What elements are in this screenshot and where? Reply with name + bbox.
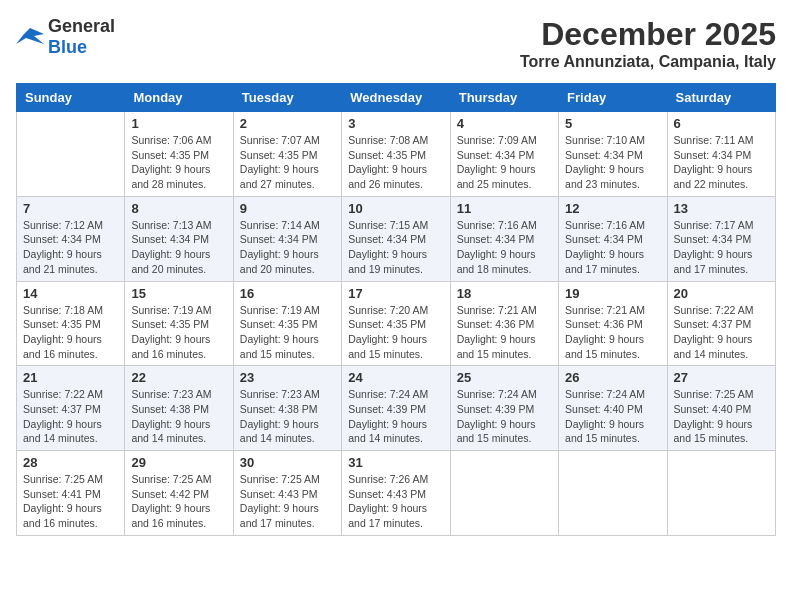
day-number: 18 (457, 286, 552, 301)
day-number: 25 (457, 370, 552, 385)
calendar-cell: 23Sunrise: 7:23 AMSunset: 4:38 PMDayligh… (233, 366, 341, 451)
calendar-cell: 18Sunrise: 7:21 AMSunset: 4:36 PMDayligh… (450, 281, 558, 366)
logo-blue: Blue (48, 37, 87, 57)
day-info: Sunrise: 7:22 AMSunset: 4:37 PMDaylight:… (23, 387, 118, 446)
day-number: 27 (674, 370, 769, 385)
day-number: 15 (131, 286, 226, 301)
calendar-header-row: SundayMondayTuesdayWednesdayThursdayFrid… (17, 84, 776, 112)
day-info: Sunrise: 7:07 AMSunset: 4:35 PMDaylight:… (240, 133, 335, 192)
day-number: 6 (674, 116, 769, 131)
calendar-cell: 5Sunrise: 7:10 AMSunset: 4:34 PMDaylight… (559, 112, 667, 197)
calendar-cell: 8Sunrise: 7:13 AMSunset: 4:34 PMDaylight… (125, 196, 233, 281)
day-info: Sunrise: 7:25 AMSunset: 4:40 PMDaylight:… (674, 387, 769, 446)
calendar-cell: 7Sunrise: 7:12 AMSunset: 4:34 PMDaylight… (17, 196, 125, 281)
day-number: 23 (240, 370, 335, 385)
day-info: Sunrise: 7:19 AMSunset: 4:35 PMDaylight:… (240, 303, 335, 362)
day-number: 24 (348, 370, 443, 385)
month-title: December 2025 (520, 16, 776, 53)
day-info: Sunrise: 7:18 AMSunset: 4:35 PMDaylight:… (23, 303, 118, 362)
day-info: Sunrise: 7:17 AMSunset: 4:34 PMDaylight:… (674, 218, 769, 277)
col-header-sunday: Sunday (17, 84, 125, 112)
day-number: 10 (348, 201, 443, 216)
day-number: 28 (23, 455, 118, 470)
day-info: Sunrise: 7:16 AMSunset: 4:34 PMDaylight:… (565, 218, 660, 277)
day-info: Sunrise: 7:25 AMSunset: 4:41 PMDaylight:… (23, 472, 118, 531)
col-header-monday: Monday (125, 84, 233, 112)
day-info: Sunrise: 7:10 AMSunset: 4:34 PMDaylight:… (565, 133, 660, 192)
day-number: 20 (674, 286, 769, 301)
calendar-cell (450, 451, 558, 536)
calendar-cell: 9Sunrise: 7:14 AMSunset: 4:34 PMDaylight… (233, 196, 341, 281)
calendar-cell: 13Sunrise: 7:17 AMSunset: 4:34 PMDayligh… (667, 196, 775, 281)
day-info: Sunrise: 7:16 AMSunset: 4:34 PMDaylight:… (457, 218, 552, 277)
calendar-cell: 10Sunrise: 7:15 AMSunset: 4:34 PMDayligh… (342, 196, 450, 281)
col-header-tuesday: Tuesday (233, 84, 341, 112)
calendar-cell (17, 112, 125, 197)
day-number: 12 (565, 201, 660, 216)
calendar-cell: 12Sunrise: 7:16 AMSunset: 4:34 PMDayligh… (559, 196, 667, 281)
logo-icon (16, 26, 44, 48)
calendar-table: SundayMondayTuesdayWednesdayThursdayFrid… (16, 83, 776, 536)
calendar-week-1: 1Sunrise: 7:06 AMSunset: 4:35 PMDaylight… (17, 112, 776, 197)
day-number: 2 (240, 116, 335, 131)
day-info: Sunrise: 7:12 AMSunset: 4:34 PMDaylight:… (23, 218, 118, 277)
calendar-cell: 20Sunrise: 7:22 AMSunset: 4:37 PMDayligh… (667, 281, 775, 366)
calendar-cell: 4Sunrise: 7:09 AMSunset: 4:34 PMDaylight… (450, 112, 558, 197)
calendar-week-3: 14Sunrise: 7:18 AMSunset: 4:35 PMDayligh… (17, 281, 776, 366)
day-number: 16 (240, 286, 335, 301)
day-number: 5 (565, 116, 660, 131)
location-title: Torre Annunziata, Campania, Italy (520, 53, 776, 71)
day-number: 8 (131, 201, 226, 216)
calendar-cell: 26Sunrise: 7:24 AMSunset: 4:40 PMDayligh… (559, 366, 667, 451)
calendar-cell: 19Sunrise: 7:21 AMSunset: 4:36 PMDayligh… (559, 281, 667, 366)
calendar-cell: 11Sunrise: 7:16 AMSunset: 4:34 PMDayligh… (450, 196, 558, 281)
day-info: Sunrise: 7:09 AMSunset: 4:34 PMDaylight:… (457, 133, 552, 192)
day-info: Sunrise: 7:23 AMSunset: 4:38 PMDaylight:… (131, 387, 226, 446)
calendar-cell: 31Sunrise: 7:26 AMSunset: 4:43 PMDayligh… (342, 451, 450, 536)
logo: General Blue (16, 16, 115, 58)
day-number: 30 (240, 455, 335, 470)
calendar-cell: 14Sunrise: 7:18 AMSunset: 4:35 PMDayligh… (17, 281, 125, 366)
day-info: Sunrise: 7:21 AMSunset: 4:36 PMDaylight:… (457, 303, 552, 362)
calendar-cell: 6Sunrise: 7:11 AMSunset: 4:34 PMDaylight… (667, 112, 775, 197)
calendar-cell: 29Sunrise: 7:25 AMSunset: 4:42 PMDayligh… (125, 451, 233, 536)
day-info: Sunrise: 7:24 AMSunset: 4:39 PMDaylight:… (348, 387, 443, 446)
day-info: Sunrise: 7:14 AMSunset: 4:34 PMDaylight:… (240, 218, 335, 277)
day-number: 13 (674, 201, 769, 216)
day-number: 7 (23, 201, 118, 216)
day-number: 26 (565, 370, 660, 385)
calendar-cell: 16Sunrise: 7:19 AMSunset: 4:35 PMDayligh… (233, 281, 341, 366)
day-number: 9 (240, 201, 335, 216)
day-number: 1 (131, 116, 226, 131)
day-info: Sunrise: 7:11 AMSunset: 4:34 PMDaylight:… (674, 133, 769, 192)
day-number: 14 (23, 286, 118, 301)
page-header: General Blue December 2025 Torre Annunzi… (16, 16, 776, 71)
day-info: Sunrise: 7:22 AMSunset: 4:37 PMDaylight:… (674, 303, 769, 362)
col-header-wednesday: Wednesday (342, 84, 450, 112)
col-header-saturday: Saturday (667, 84, 775, 112)
calendar-cell: 24Sunrise: 7:24 AMSunset: 4:39 PMDayligh… (342, 366, 450, 451)
calendar-cell: 27Sunrise: 7:25 AMSunset: 4:40 PMDayligh… (667, 366, 775, 451)
calendar-cell: 2Sunrise: 7:07 AMSunset: 4:35 PMDaylight… (233, 112, 341, 197)
day-number: 21 (23, 370, 118, 385)
calendar-week-4: 21Sunrise: 7:22 AMSunset: 4:37 PMDayligh… (17, 366, 776, 451)
calendar-cell: 22Sunrise: 7:23 AMSunset: 4:38 PMDayligh… (125, 366, 233, 451)
day-number: 17 (348, 286, 443, 301)
svg-marker-0 (16, 28, 44, 44)
calendar-week-5: 28Sunrise: 7:25 AMSunset: 4:41 PMDayligh… (17, 451, 776, 536)
calendar-cell (667, 451, 775, 536)
day-number: 11 (457, 201, 552, 216)
calendar-cell: 1Sunrise: 7:06 AMSunset: 4:35 PMDaylight… (125, 112, 233, 197)
calendar-cell: 21Sunrise: 7:22 AMSunset: 4:37 PMDayligh… (17, 366, 125, 451)
day-number: 22 (131, 370, 226, 385)
day-info: Sunrise: 7:06 AMSunset: 4:35 PMDaylight:… (131, 133, 226, 192)
day-number: 31 (348, 455, 443, 470)
day-info: Sunrise: 7:21 AMSunset: 4:36 PMDaylight:… (565, 303, 660, 362)
col-header-thursday: Thursday (450, 84, 558, 112)
day-info: Sunrise: 7:20 AMSunset: 4:35 PMDaylight:… (348, 303, 443, 362)
day-number: 19 (565, 286, 660, 301)
day-info: Sunrise: 7:24 AMSunset: 4:40 PMDaylight:… (565, 387, 660, 446)
day-number: 3 (348, 116, 443, 131)
day-info: Sunrise: 7:08 AMSunset: 4:35 PMDaylight:… (348, 133, 443, 192)
day-info: Sunrise: 7:25 AMSunset: 4:43 PMDaylight:… (240, 472, 335, 531)
